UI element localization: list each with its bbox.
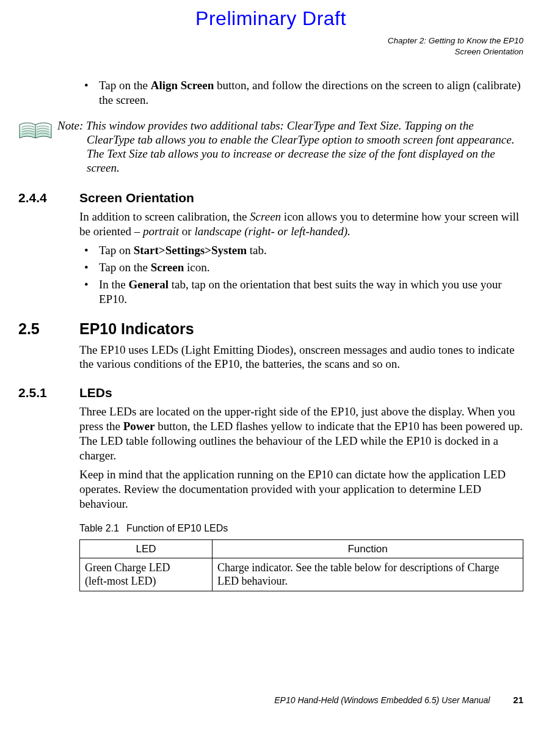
text: Tap on <box>99 244 134 257</box>
text: tab. <box>247 244 267 257</box>
text: Tap on the <box>99 79 151 92</box>
text-italic: landscape (right- or left-handed). <box>194 225 350 238</box>
section-number: 2.5 <box>18 320 79 338</box>
table-header-row: LED Function <box>80 539 523 558</box>
section-title: LEDs <box>79 385 112 401</box>
preliminary-draft-label: Preliminary Draft <box>18 6 523 31</box>
open-book-icon <box>18 119 55 144</box>
bullet-start-settings: Tap on Start>Settings>System tab. <box>79 243 523 258</box>
note-text: Note: This window provides two additiona… <box>55 119 523 175</box>
paragraph: Keep in mind that the application runnin… <box>79 467 523 511</box>
page-number: 21 <box>513 695 523 705</box>
text: In addition to screen calibration, the <box>79 210 250 223</box>
caption-title: Function of EP10 LEDs <box>126 523 228 533</box>
note-block: Note: This window provides two additiona… <box>18 119 523 175</box>
bullet-general-tab: In the General tab, tap on the orientati… <box>79 277 523 307</box>
paragraph: In addition to screen calibration, the S… <box>79 210 523 239</box>
section-title: Screen Orientation <box>79 190 194 206</box>
section-title: EP10 Indicators <box>79 320 194 338</box>
text-bold: General <box>129 278 169 291</box>
th-led: LED <box>80 539 213 558</box>
text-bold: Screen <box>151 261 184 274</box>
table-caption: Table 2.1Function of EP10 LEDs <box>79 522 523 535</box>
note-first-line: This window provides two additional tabs… <box>86 119 474 132</box>
bullet-screen-icon: Tap on the Screen icon. <box>79 260 523 275</box>
text: or <box>179 225 194 238</box>
caption-number: Table 2.1 <box>79 523 119 533</box>
th-function: Function <box>213 539 523 558</box>
text-bold: Power <box>123 420 155 433</box>
section-number: 2.4.4 <box>18 190 79 206</box>
text: icon. <box>184 261 209 274</box>
page-header: Chapter 2: Getting to Know the EP10 Scre… <box>18 35 523 57</box>
text-italic: Screen <box>250 210 281 223</box>
note-rest: ClearType tab allows you to enable the C… <box>57 133 523 175</box>
paragraph: The EP10 uses LEDs (Light Emitting Diode… <box>79 343 523 372</box>
text: In the <box>99 278 129 291</box>
header-section: Screen Orientation <box>454 47 523 56</box>
text-italic: portrait <box>143 225 179 238</box>
section-number: 2.5.1 <box>18 385 79 401</box>
text: (left-most LED) <box>85 575 156 587</box>
table-row: Green Charge LED (left-most LED) Charge … <box>80 558 523 591</box>
td-function: Charge indicator. See the table below fo… <box>213 558 523 591</box>
text: Green Charge LED <box>85 561 170 574</box>
td-led: Green Charge LED (left-most LED) <box>80 558 213 591</box>
paragraph: Three LEDs are located on the upper-righ… <box>79 404 523 462</box>
led-table: LED Function Green Charge LED (left-most… <box>79 539 523 591</box>
text: Tap on the <box>99 261 151 274</box>
text-bold: Align Screen <box>151 79 214 92</box>
bullet-align-screen: Tap on the Align Screen button, and foll… <box>79 78 523 108</box>
note-lead: Note: <box>57 119 86 132</box>
header-chapter: Chapter 2: Getting to Know the EP10 <box>388 36 523 45</box>
footer-title: EP10 Hand-Held (Windows Embedded 6.5) Us… <box>274 695 490 705</box>
page-footer: EP10 Hand-Held (Windows Embedded 6.5) Us… <box>274 695 523 706</box>
text-bold: Start>Settings>System <box>134 244 247 257</box>
